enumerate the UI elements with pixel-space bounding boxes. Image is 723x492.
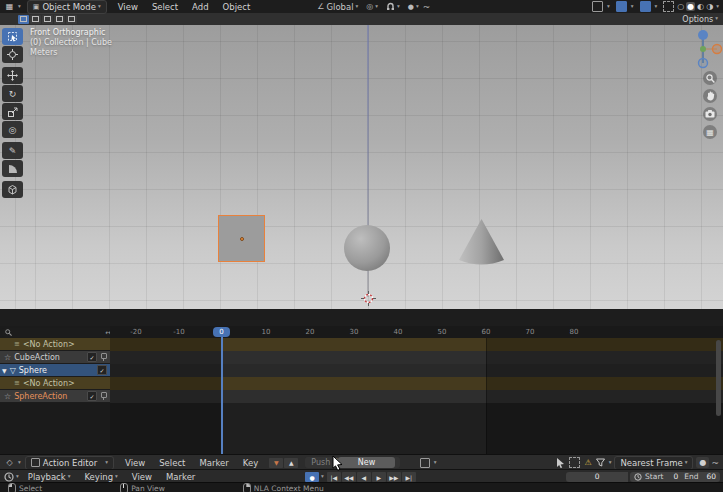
- shading-caret-icon[interactable]: ▾: [716, 4, 719, 10]
- menu-select[interactable]: Select: [145, 1, 185, 13]
- select-mode-extend-icon[interactable]: [30, 15, 41, 24]
- ae-menu-view[interactable]: View: [118, 457, 152, 469]
- clock-icon[interactable]: [634, 473, 642, 481]
- track-enable-checkbox[interactable]: ✓: [87, 391, 97, 401]
- tl-menu-marker[interactable]: Marker: [159, 471, 202, 483]
- gizmo-z-axis[interactable]: [698, 30, 708, 40]
- view-frame-icon[interactable]: [569, 457, 580, 468]
- playhead-badge[interactable]: 0: [213, 327, 230, 337]
- nla-ruler[interactable]: -20 -10 10 20 30 40 50 60 70 80: [110, 326, 723, 338]
- star-icon[interactable]: ☆: [4, 392, 11, 401]
- channel-row-noaction-sphere[interactable]: ≡ <No Action>: [0, 377, 110, 390]
- tool-transform[interactable]: ◎: [2, 121, 23, 138]
- tl-menu-keying[interactable]: Keying ▾: [77, 471, 124, 483]
- editor-type-timeline-icon[interactable]: [4, 472, 14, 482]
- viewport-3d[interactable]: Front Orthographic (0) Collection | Cube…: [0, 25, 723, 309]
- auto-keying-toggle[interactable]: ●: [305, 472, 319, 482]
- next-keyframe-button[interactable]: ▶▶: [387, 472, 401, 482]
- star-icon[interactable]: ☆: [4, 353, 11, 362]
- select-mode-invert-icon[interactable]: [54, 15, 65, 24]
- object-mode-dropdown[interactable]: ▣ Object Mode ▾: [27, 0, 107, 14]
- warning-icon[interactable]: ⚠: [584, 458, 591, 467]
- play-button[interactable]: ▶: [372, 472, 386, 482]
- show-visibility-dropdown[interactable]: ▾: [590, 1, 610, 12]
- track-enable-checkbox[interactable]: ✓: [87, 352, 97, 362]
- pin-icon[interactable]: [100, 392, 107, 400]
- tool-move[interactable]: [2, 67, 23, 84]
- expander-icon[interactable]: ▼: [2, 367, 7, 374]
- pivot-point-dropdown[interactable]: ◎ ▾: [366, 2, 378, 11]
- gizmo-z-neg-axis[interactable]: [699, 59, 708, 68]
- proportional-editing-toggle[interactable]: ● ▾ ~: [408, 2, 430, 12]
- menu-view[interactable]: View: [111, 1, 145, 13]
- tool-cursor[interactable]: [2, 46, 23, 63]
- select-mode-intersect-icon[interactable]: [66, 15, 77, 24]
- tool-add-primitive[interactable]: [2, 181, 23, 198]
- end-field[interactable]: 60: [706, 472, 716, 481]
- menu-object[interactable]: Object: [216, 1, 258, 13]
- channel-row-sphereaction[interactable]: ☆ SphereAction ✓: [0, 390, 110, 403]
- jump-to-start-button[interactable]: |◀: [327, 472, 341, 482]
- zoom-button[interactable]: [703, 71, 717, 85]
- jump-to-end-button[interactable]: ▶|: [402, 472, 416, 482]
- cursor-3d-icon[interactable]: [361, 291, 376, 306]
- gizmo-y-axis[interactable]: [700, 46, 706, 52]
- editor-type-3d-icon[interactable]: ▦: [3, 1, 16, 12]
- object-sphere[interactable]: [344, 225, 390, 271]
- tool-rotate[interactable]: ↻: [2, 85, 23, 102]
- action-browse-dropdown[interactable]: ▾: [418, 458, 437, 468]
- ae-menu-select[interactable]: Select: [152, 457, 192, 469]
- current-frame-field[interactable]: 0: [566, 472, 628, 482]
- tool-select-box[interactable]: [2, 28, 23, 45]
- move-channel-up-button[interactable]: ▲: [284, 458, 298, 468]
- show-gizmo-dropdown[interactable]: ▾: [614, 1, 634, 12]
- play-reverse-button[interactable]: ◀: [357, 472, 371, 482]
- channel-row-noaction-cube[interactable]: ≡ <No Action>: [0, 338, 110, 351]
- prev-keyframe-button[interactable]: ◀◀: [342, 472, 356, 482]
- pan-button[interactable]: [703, 89, 717, 103]
- playhead-line[interactable]: [221, 334, 223, 454]
- falloff-icon[interactable]: ~: [711, 458, 719, 468]
- ae-snap-dropdown[interactable]: Nearest Frame ▾: [614, 456, 693, 470]
- shading-solid-icon[interactable]: ●: [686, 2, 695, 11]
- track-enable-checkbox[interactable]: ✓: [97, 365, 107, 375]
- tl-menu-view[interactable]: View: [125, 471, 159, 483]
- dopesheet-mode-dropdown[interactable]: Action Editor ▾: [25, 456, 114, 470]
- tool-scale[interactable]: [2, 103, 23, 120]
- shading-wireframe-icon[interactable]: ○: [677, 2, 684, 11]
- object-cone[interactable]: [457, 217, 506, 267]
- perspective-toggle-button[interactable]: ▦: [703, 125, 717, 139]
- snap-toggle[interactable]: ▾: [386, 2, 400, 11]
- shading-rendered-icon[interactable]: ◑: [706, 2, 713, 11]
- move-channel-down-button[interactable]: ▼: [269, 458, 283, 468]
- transform-orientation-dropdown[interactable]: ∠ Global ▾: [317, 2, 358, 12]
- navigation-gizmo[interactable]: [687, 27, 723, 71]
- camera-view-button[interactable]: [703, 107, 717, 121]
- editor-type-caret-icon[interactable]: ▾: [16, 474, 19, 480]
- menu-add[interactable]: Add: [185, 1, 215, 13]
- channel-row-sphere[interactable]: ▼ ▽ Sphere ✓: [0, 364, 110, 377]
- start-field[interactable]: 0: [673, 472, 678, 481]
- show-overlays-dropdown[interactable]: ▾: [638, 1, 658, 12]
- select-mode-subtract-icon[interactable]: [42, 15, 53, 24]
- options-dropdown[interactable]: Options ▾: [682, 15, 718, 24]
- shading-material-icon[interactable]: ◐: [697, 2, 704, 11]
- search-input[interactable]: [14, 329, 105, 337]
- ae-menu-key[interactable]: Key: [236, 457, 265, 469]
- editor-type-dopesheet-icon[interactable]: ◇: [3, 457, 16, 468]
- select-mode-set-icon[interactable]: [18, 15, 29, 24]
- nla-search-box[interactable]: ↔: [2, 328, 114, 337]
- auto-keying-caret-icon[interactable]: ▾: [321, 474, 324, 480]
- filter-funnel-icon[interactable]: [596, 458, 605, 467]
- falloff-icon[interactable]: ~: [423, 2, 431, 12]
- new-action-button[interactable]: New: [338, 457, 395, 468]
- tweak-cursor-icon[interactable]: [556, 458, 565, 468]
- editor-type-caret-icon[interactable]: ▾: [18, 460, 21, 466]
- ae-menu-marker[interactable]: Marker: [192, 457, 235, 469]
- xray-toggle-icon[interactable]: [663, 1, 674, 12]
- gizmo-x-axis[interactable]: [713, 45, 722, 54]
- editor-type-caret-icon[interactable]: ▾: [18, 4, 21, 10]
- proportional-editing-icon[interactable]: ●: [696, 457, 709, 468]
- tl-menu-playback[interactable]: Playback ▾: [21, 471, 78, 483]
- pin-icon[interactable]: [100, 353, 107, 361]
